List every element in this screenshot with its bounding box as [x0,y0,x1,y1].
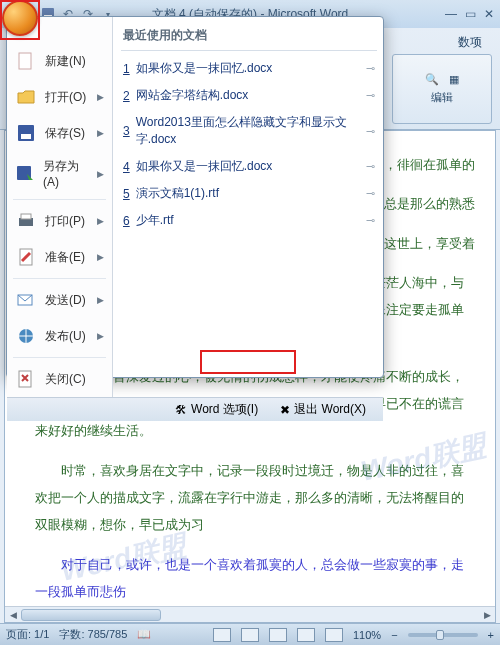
select-icon[interactable]: ▦ [449,73,459,86]
menu-print[interactable]: 打印(P)▶ [7,203,112,239]
menu-close[interactable]: 关闭(C) [7,361,112,397]
office-menu: 新建(N) 打开(O)▶ 保存(S)▶ 另存为(A)▶ 打印(P)▶ 准备(E)… [6,16,384,378]
recent-document-item[interactable]: 4如果你又是一抹回忆.docx⊸ [121,153,377,180]
recent-document-item[interactable]: 2网站金字塔结构.docx⊸ [121,82,377,109]
prepare-icon [15,246,37,268]
horizontal-scrollbar[interactable]: ◀ ▶ [5,606,495,622]
exit-icon: ✖ [280,403,290,417]
office-menu-footer: 🛠Word 选项(I) ✖退出 Word(X) [7,397,383,421]
find-icon[interactable]: 🔍 [425,73,439,86]
recent-item-number: 5 [123,187,130,201]
recent-item-name: Word2013里面怎么样隐藏文字和显示文字.docx [136,114,360,148]
pin-icon[interactable]: ⊸ [366,160,375,173]
word-options-button[interactable]: 🛠Word 选项(I) [168,398,265,421]
status-bar: 页面: 1/1 字数: 785/785 📖 110% − + [0,623,500,645]
open-icon [15,86,37,108]
saveas-icon [15,163,35,185]
recent-documents-header: 最近使用的文档 [121,25,377,51]
publish-icon [15,325,37,347]
zoom-out-button[interactable]: − [391,629,397,641]
send-icon [15,289,37,311]
office-menu-commands: 新建(N) 打开(O)▶ 保存(S)▶ 另存为(A)▶ 打印(P)▶ 准备(E)… [7,17,113,397]
view-outline[interactable] [297,628,315,642]
recent-item-name: 如果你又是一抹回忆.docx [136,60,273,77]
svg-rect-7 [21,214,31,219]
recent-item-number: 3 [123,124,130,138]
view-print-layout[interactable] [213,628,231,642]
doc-paragraph: 对于自己，或许，也是一个喜欢着孤寞的人，总会做一些寂寞的事，走一段孤单而悲伤 [35,551,475,606]
menu-prepare[interactable]: 准备(E)▶ [7,239,112,275]
chevron-right-icon: ▶ [97,331,104,341]
status-page[interactable]: 页面: 1/1 [6,627,49,642]
menu-open[interactable]: 打开(O)▶ [7,79,112,115]
scrollbar-thumb[interactable] [21,609,161,621]
menu-save[interactable]: 保存(S)▶ [7,115,112,151]
svg-rect-4 [21,134,31,139]
recent-item-number: 4 [123,160,130,174]
pin-icon[interactable]: ⊸ [366,125,375,138]
status-word-count[interactable]: 字数: 785/785 [59,627,127,642]
new-icon [15,50,37,72]
pin-icon[interactable]: ⊸ [366,214,375,227]
recent-item-number: 2 [123,89,130,103]
recent-document-item[interactable]: 1如果你又是一抹回忆.docx⊸ [121,55,377,82]
recent-item-name: 少年.rtf [136,212,174,229]
chevron-right-icon: ▶ [97,216,104,226]
options-icon: 🛠 [175,403,187,417]
exit-word-button[interactable]: ✖退出 Word(X) [273,398,373,421]
recent-item-name: 网站金字塔结构.docx [136,87,249,104]
office-button[interactable] [2,0,38,36]
close-button[interactable]: ✕ [484,7,494,21]
recent-item-number: 6 [123,214,130,228]
ribbon-group-label: 编辑 [431,90,453,105]
recent-document-item[interactable]: 6少年.rtf⊸ [121,207,377,234]
recent-item-name: 演示文稿1(1).rtf [136,185,219,202]
chevron-right-icon: ▶ [97,295,104,305]
zoom-level[interactable]: 110% [353,629,381,641]
zoom-slider-thumb[interactable] [436,630,444,640]
menu-publish[interactable]: 发布(U)▶ [7,318,112,354]
menu-new[interactable]: 新建(N) [7,43,112,79]
zoom-slider[interactable] [408,633,478,637]
save-icon [15,122,37,144]
view-draft[interactable] [325,628,343,642]
close-doc-icon [15,368,37,390]
view-web-layout[interactable] [269,628,287,642]
pin-icon[interactable]: ⊸ [366,187,375,200]
recent-item-name: 如果你又是一抹回忆.docx [136,158,273,175]
pin-icon[interactable]: ⊸ [366,62,375,75]
maximize-button[interactable]: ▭ [465,7,476,21]
ribbon-tab-item[interactable]: 数项 [448,30,492,55]
recent-document-item[interactable]: 5演示文稿1(1).rtf⊸ [121,180,377,207]
ribbon-tabs: 数项 [448,30,492,55]
doc-paragraph: 时常，喜欢身居在文字中，记录一段段时过境迁，物是人非的过往，喜欢把一个人的描成文… [35,457,475,539]
menu-saveas[interactable]: 另存为(A)▶ [7,151,112,196]
svg-rect-2 [19,53,31,69]
recent-item-number: 1 [123,62,130,76]
scroll-left-icon[interactable]: ◀ [5,610,21,620]
pin-icon[interactable]: ⊸ [366,89,375,102]
zoom-in-button[interactable]: + [488,629,494,641]
status-proofing-icon[interactable]: 📖 [137,628,151,641]
ribbon-group-editing: 🔍 ▦ 编辑 [392,54,492,124]
chevron-right-icon: ▶ [97,92,104,102]
scroll-right-icon[interactable]: ▶ [479,610,495,620]
view-full-screen[interactable] [241,628,259,642]
chevron-right-icon: ▶ [97,128,104,138]
recent-document-item[interactable]: 3Word2013里面怎么样隐藏文字和显示文字.docx⊸ [121,109,377,153]
menu-send[interactable]: 发送(D)▶ [7,282,112,318]
recent-documents-panel: 最近使用的文档 1如果你又是一抹回忆.docx⊸2网站金字塔结构.docx⊸3W… [113,17,383,397]
chevron-right-icon: ▶ [97,169,104,179]
print-icon [15,210,37,232]
minimize-button[interactable]: — [445,7,457,21]
chevron-right-icon: ▶ [97,252,104,262]
